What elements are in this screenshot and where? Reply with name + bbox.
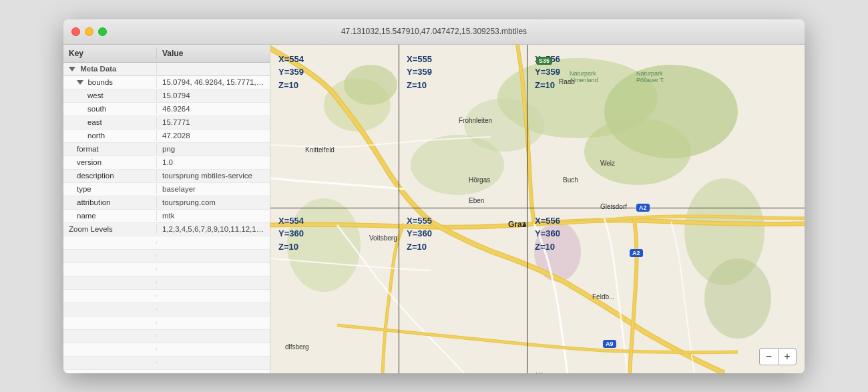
version-value: 1.0 [157, 157, 270, 168]
east-value: 15.7771 [157, 117, 270, 128]
east-key: east [63, 117, 157, 128]
gleisdorf-label: Gleisdorf [600, 203, 627, 210]
south-key: south [63, 104, 157, 114]
north-row: north 47.2028 [63, 130, 270, 143]
empty-row [63, 370, 270, 373]
tile-label-554-360: X=554Y=360Z=10 [278, 214, 304, 254]
app-window: 47.131032,15.547910,47.047472,15.309253.… [63, 19, 805, 373]
graz-dot [523, 224, 526, 227]
svg-point-2 [584, 118, 691, 185]
name-value: mtk [157, 210, 270, 221]
format-row: format png [63, 143, 270, 156]
feldbach-label: Feldb... [592, 293, 614, 301]
eben-label: Eben [469, 197, 484, 204]
minimize-button[interactable] [85, 27, 93, 36]
format-value: png [157, 144, 270, 154]
empty-row [63, 357, 270, 370]
tile-label-555-360: X=555Y=360Z=10 [407, 214, 432, 254]
close-button[interactable] [71, 27, 80, 36]
empty-row [63, 250, 270, 263]
table-header: Key Value [63, 45, 270, 63]
key-column-header: Key [63, 47, 157, 59]
empty-row [63, 343, 270, 357]
zoom-levels-row: Zoom Levels 1,2,3,4,5,6,7,8,9,10,11,12,1… [63, 223, 270, 236]
grid-line-vertical-1 [399, 45, 399, 373]
tile-label-555-359: X=555Y=359Z=10 [407, 53, 432, 92]
route-badge-a9: A9 [603, 340, 616, 348]
attribution-value: toursprung.com [157, 197, 270, 208]
tile-label-556-360: X=556Y=360Z=10 [535, 214, 560, 254]
west-value: 15.0794 [157, 90, 270, 101]
knittelfeld-label: Knittelfeld [305, 146, 335, 154]
south-value: 46.9264 [157, 104, 270, 114]
zoom-out-button[interactable]: − [759, 348, 778, 365]
svg-point-4 [411, 135, 504, 195]
name-row: name mtk [63, 210, 270, 223]
north-value: 47.2028 [157, 130, 270, 141]
zoom-levels-value: 1,2,3,4,5,6,7,8,9,10,11,12,14,16 [157, 224, 270, 234]
attribution-key: attribution [63, 197, 157, 208]
map-background: X=554Y=359Z=10 X=555Y=359Z=10 X=556Y=359… [270, 45, 805, 373]
zoom-controls: − + [759, 348, 797, 365]
empty-row [63, 317, 270, 330]
map-panel[interactable]: X=554Y=359Z=10 X=555Y=359Z=10 X=556Y=359… [270, 45, 805, 373]
window-title: 47.131032,15.547910,47.047472,15.309253.… [341, 27, 527, 36]
wolfsberg-label: dlfsberg [285, 343, 309, 351]
version-key: version [63, 157, 157, 168]
grid-line-horizontal [270, 208, 805, 208]
buch-label: Buch [563, 176, 578, 184]
south-row: south 46.9264 [63, 103, 270, 116]
format-key: format [63, 144, 157, 154]
west-key: west [63, 90, 157, 101]
type-value: baselayer [157, 184, 270, 194]
tile-label-554-359: X=554Y=359Z=10 [278, 53, 304, 92]
zoom-levels-key: Zoom Levels [63, 224, 157, 234]
empty-row [63, 263, 270, 276]
empty-row [63, 236, 270, 250]
grid-line-vertical-2 [527, 45, 527, 373]
horgas-label: Hörgas [469, 176, 490, 184]
empty-row [63, 290, 270, 303]
weiz-label: Weiz [600, 160, 615, 167]
description-row: description toursprung mbtiles-service [63, 170, 270, 183]
empty-row [63, 276, 270, 290]
route-badge-a2-1: A2 [636, 204, 650, 212]
meta-data-label: Meta Data [63, 63, 157, 74]
frohnleiten-label: Frohnleiten [459, 117, 492, 124]
titlebar: 47.131032,15.547910,47.047472,15.309253.… [63, 19, 805, 45]
meta-data-section[interactable]: Meta Data [63, 63, 270, 76]
naturpark-almenland-label: NaturparkAlmenland [570, 70, 598, 83]
bounds-row[interactable]: bounds 15.0794, 46.9264, 15.7771, 4... [63, 76, 270, 89]
wagna-label: Wagna [536, 372, 557, 373]
svg-point-9 [704, 258, 771, 339]
voitsberg-label: Voitsberg [369, 234, 397, 242]
expand-icon [69, 67, 75, 71]
empty-row [63, 330, 270, 343]
attribution-row: attribution toursprung.com [63, 196, 270, 210]
description-key: description [63, 170, 157, 181]
version-row: version 1.0 [63, 156, 270, 170]
east-row: east 15.7771 [63, 116, 270, 130]
north-key: north [63, 130, 157, 141]
bounds-expand-icon [77, 80, 83, 85]
bounds-value: 15.0794, 46.9264, 15.7771, 4... [157, 77, 270, 87]
description-value: toursprung mbtiles-service [157, 170, 270, 181]
route-badge-s35: S35 [536, 57, 552, 65]
maximize-button[interactable] [98, 27, 107, 36]
type-row: type baselayer [63, 183, 270, 196]
map-roads-svg [270, 45, 805, 373]
value-column-header: Value [157, 47, 270, 59]
content-area: Key Value Meta Data bounds 15.0794, 46.9… [63, 45, 805, 373]
route-badge-a2-2: A2 [630, 249, 643, 257]
empty-row [63, 303, 270, 317]
traffic-lights [71, 27, 107, 36]
svg-point-6 [344, 65, 397, 105]
west-row: west 15.0794 [63, 89, 270, 103]
name-key: name [63, 210, 157, 221]
bounds-key: bounds [63, 77, 157, 87]
zoom-in-button[interactable]: + [778, 348, 797, 365]
metadata-panel: Key Value Meta Data bounds 15.0794, 46.9… [63, 45, 270, 373]
naturpark-pollauer-label: NaturparkPöllauer T. [636, 70, 664, 83]
type-key: type [63, 184, 157, 194]
